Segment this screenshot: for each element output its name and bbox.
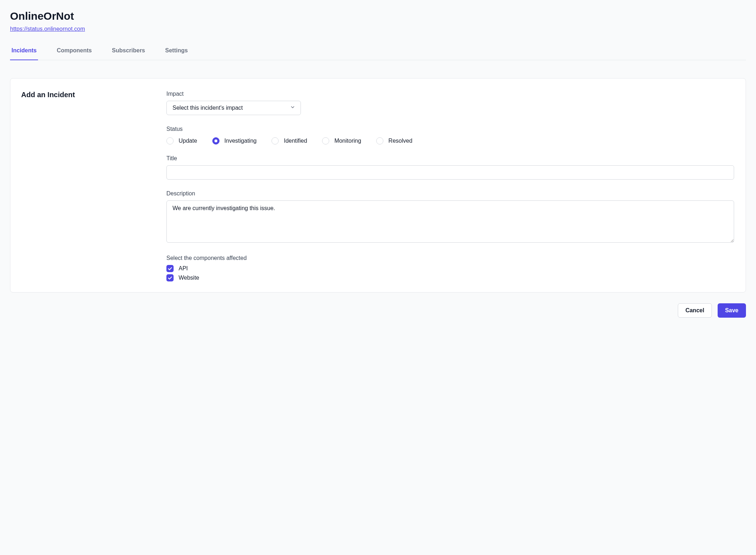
radio-icon (271, 137, 279, 144)
status-radio-identified[interactable]: Identified (271, 137, 307, 144)
tabs: Incidents Components Subscribers Setting… (10, 47, 746, 60)
section-title: Add an Incident (21, 91, 145, 99)
form-actions: Cancel Save (10, 303, 746, 318)
radio-label: Monitoring (334, 138, 361, 144)
radio-icon (322, 137, 329, 144)
radio-label: Resolved (388, 138, 412, 144)
component-checkbox-api[interactable]: API (166, 265, 734, 272)
radio-icon (376, 137, 383, 144)
radio-label: Update (179, 138, 197, 144)
status-radio-update[interactable]: Update (166, 137, 197, 144)
checkbox-label: API (179, 265, 188, 272)
impact-select[interactable]: Select this incident's impact (166, 101, 301, 115)
tab-incidents[interactable]: Incidents (10, 47, 38, 60)
radio-icon (166, 137, 174, 144)
status-radio-resolved[interactable]: Resolved (376, 137, 412, 144)
status-radio-monitoring[interactable]: Monitoring (322, 137, 361, 144)
impact-label: Impact (166, 91, 734, 97)
save-button[interactable]: Save (718, 303, 746, 318)
radio-label: Identified (284, 138, 307, 144)
checkbox-checked-icon (166, 265, 174, 272)
tab-components[interactable]: Components (55, 47, 93, 60)
status-label: Status (166, 126, 734, 132)
component-checkbox-website[interactable]: Website (166, 274, 734, 281)
page-title: OnlineOrNot (10, 10, 746, 22)
cancel-button[interactable]: Cancel (678, 303, 712, 318)
description-textarea[interactable]: We are currently investigating this issu… (166, 200, 734, 243)
tab-settings[interactable]: Settings (164, 47, 189, 60)
radio-label: Investigating (225, 138, 257, 144)
status-radio-investigating[interactable]: Investigating (212, 137, 257, 144)
checkbox-checked-icon (166, 274, 174, 281)
status-page-link[interactable]: https://status.onlineornot.com (10, 26, 85, 32)
status-radio-group: Update Investigating Identified Monitori… (166, 137, 734, 144)
radio-icon (212, 137, 219, 144)
components-label: Select the components affected (166, 255, 734, 261)
title-input[interactable] (166, 165, 734, 180)
incident-form-card: Add an Incident Impact Select this incid… (10, 78, 746, 293)
checkbox-label: Website (179, 275, 199, 281)
description-label: Description (166, 190, 734, 197)
title-label: Title (166, 155, 734, 162)
tab-subscribers[interactable]: Subscribers (110, 47, 146, 60)
